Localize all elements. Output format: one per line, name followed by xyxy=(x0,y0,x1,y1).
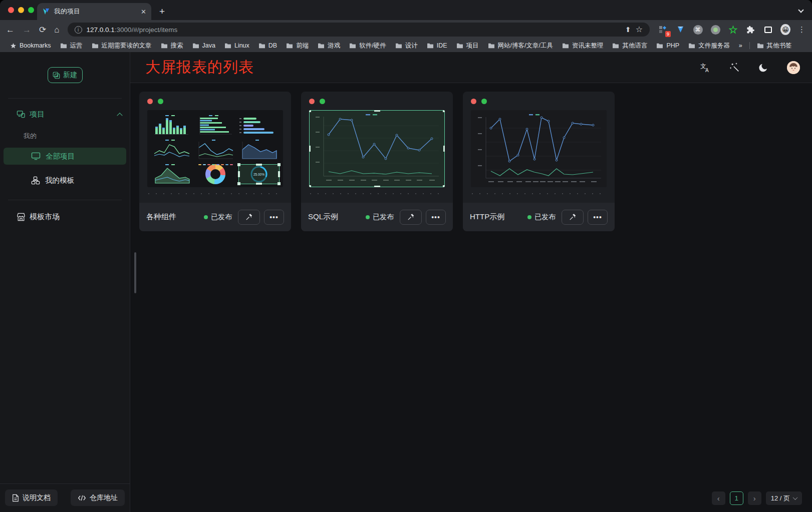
magic-wand-icon[interactable] xyxy=(729,62,740,73)
selected-chart-box xyxy=(309,110,445,187)
bookmarks-bar: Bookmarks 运营 近期需要读的文章 搜索 Java Linux DB 前… xyxy=(0,39,812,52)
dotted-separator xyxy=(310,193,444,194)
edit-project-button[interactable] xyxy=(238,210,260,225)
back-icon[interactable]: ← xyxy=(6,26,15,34)
code-icon xyxy=(78,494,86,501)
bookmark-folder[interactable]: 前端 xyxy=(282,41,313,51)
sidebar-item-my-templates[interactable]: 我的模板 xyxy=(4,172,126,189)
bookmark-folder[interactable]: PHP xyxy=(652,41,683,50)
blocks-extension-icon[interactable]: 9 xyxy=(658,25,668,35)
pagination: ‹ 1 › 12 / 页 xyxy=(712,491,802,505)
project-thumbnail[interactable] xyxy=(309,110,445,187)
bookmark-folder[interactable]: 资讯未整理 xyxy=(558,41,608,51)
edit-project-button[interactable] xyxy=(400,210,422,225)
page-size-select[interactable]: 12 / 页 xyxy=(766,491,802,505)
tab-close-icon[interactable]: ✕ xyxy=(141,8,146,16)
red-dot-icon xyxy=(147,99,153,104)
document-icon xyxy=(12,494,19,502)
home-icon[interactable]: ⌂ xyxy=(54,26,59,34)
forward-icon[interactable]: → xyxy=(23,26,31,34)
zoom-window-button[interactable] xyxy=(28,7,34,13)
bookmark-folder[interactable]: Java xyxy=(188,41,219,50)
puzzle-extensions-icon[interactable] xyxy=(745,25,755,35)
bookmark-folder[interactable]: 近期需要读的文章 xyxy=(88,41,156,51)
current-page-button[interactable]: 1 xyxy=(730,491,743,505)
more-actions-button[interactable]: ••• xyxy=(588,210,608,225)
new-tab-button[interactable]: + xyxy=(159,6,165,17)
bookmark-folder[interactable]: 设计 xyxy=(391,41,422,51)
mini-area-chart xyxy=(238,139,280,161)
bookmarks-manager[interactable]: Bookmarks xyxy=(6,41,55,50)
project-thumbnail[interactable]: 25.00% xyxy=(147,110,283,187)
window-controls[interactable] xyxy=(8,7,34,13)
project-card[interactable]: HTTP示例 已发布 ••• xyxy=(463,92,615,231)
address-bar[interactable]: i 127.0.0.1:3000/#/project/items ⬆ ☆ xyxy=(68,23,650,37)
other-bookmarks-folder[interactable]: 其他书签 xyxy=(753,41,796,51)
bookmarks-overflow-chevron[interactable]: » xyxy=(735,41,746,50)
card-window-dots xyxy=(147,99,283,104)
bookmark-folder[interactable]: Linux xyxy=(220,41,253,50)
browser-tab[interactable]: 我的项目 ✕ xyxy=(37,3,151,20)
bookmark-folder[interactable]: 网站/博客/文章/工具 xyxy=(484,41,557,51)
user-avatar[interactable] xyxy=(787,61,800,74)
site-info-icon[interactable]: i xyxy=(75,26,82,34)
close-window-button[interactable] xyxy=(8,7,14,13)
template-flow-icon xyxy=(31,176,40,185)
docs-button[interactable]: 说明文档 xyxy=(5,489,58,506)
sidebar-section-projects[interactable]: 项目 xyxy=(0,106,130,123)
extension-badge: 9 xyxy=(665,31,671,37)
red-dot-icon xyxy=(309,99,315,104)
bookmark-folder[interactable]: 其他语言 xyxy=(608,41,651,51)
project-list: 25.00% 各种组件 已发布 xyxy=(130,83,812,512)
tab-title: 我的项目 xyxy=(54,7,80,16)
gauge-value: 25.00% xyxy=(253,173,264,176)
new-project-button[interactable]: 新建 xyxy=(48,67,83,83)
main-area: 大屏报表的列表 文A xyxy=(130,52,812,512)
prev-page-button[interactable]: ‹ xyxy=(712,491,725,505)
gem-extension-icon[interactable] xyxy=(675,25,685,35)
share-icon[interactable]: ⬆ xyxy=(625,26,631,33)
chevron-up-icon[interactable] xyxy=(117,113,122,118)
sidebar-item-all-projects[interactable]: 全部项目 xyxy=(4,148,126,165)
star-extension-icon[interactable] xyxy=(728,25,738,35)
copy-plus-icon xyxy=(53,72,60,79)
split-view-icon[interactable] xyxy=(763,25,773,35)
edit-project-button[interactable] xyxy=(562,210,584,225)
bookmark-folder[interactable]: 项目 xyxy=(452,41,483,51)
mini-donut-chart xyxy=(195,163,236,185)
more-actions-button[interactable]: ••• xyxy=(426,210,446,225)
bookmark-folder[interactable]: 搜索 xyxy=(157,41,187,51)
card-footer: HTTP示例 已发布 ••• xyxy=(463,203,615,231)
reload-icon[interactable]: ⟳ xyxy=(39,26,46,34)
mini-dashboard-preview: 25.00% xyxy=(151,114,279,183)
dark-mode-moon-icon[interactable] xyxy=(758,62,769,73)
more-actions-button[interactable]: ••• xyxy=(264,210,284,225)
bookmark-folder[interactable]: IDE xyxy=(423,41,451,50)
line-chart-preview xyxy=(310,111,444,187)
record-extension-icon[interactable] xyxy=(710,25,720,35)
app-root: 新建 项目 我的 全部项目 我的模板 xyxy=(0,52,812,512)
bookmark-star-icon[interactable]: ☆ xyxy=(636,26,643,34)
profile-avatar-icon[interactable]: 😀 xyxy=(780,25,790,35)
minimize-window-button[interactable] xyxy=(18,7,24,13)
chrome-menu-icon[interactable]: ⋮ xyxy=(798,25,806,34)
status-dot-icon xyxy=(366,215,370,219)
command-extension-icon[interactable]: ⌘ xyxy=(693,25,703,35)
bookmark-folder[interactable]: 游戏 xyxy=(314,41,344,51)
url-path: :3000/#/project/items xyxy=(115,26,177,34)
bookmark-folder[interactable]: 运营 xyxy=(56,41,87,51)
next-page-button[interactable]: › xyxy=(748,491,761,505)
card-window-dots xyxy=(309,99,445,104)
tab-search-chevron-icon[interactable] xyxy=(798,7,803,13)
bookmark-folder[interactable]: 软件/硬件 xyxy=(345,41,390,51)
project-card[interactable]: 25.00% 各种组件 已发布 xyxy=(139,92,291,231)
language-icon[interactable]: 文A xyxy=(700,62,711,73)
bookmark-folder[interactable]: 文件服务器 xyxy=(684,41,734,51)
storefront-icon xyxy=(17,213,26,221)
sidebar-item-template-market[interactable]: 模板市场 xyxy=(0,208,130,225)
project-thumbnail[interactable] xyxy=(471,110,607,187)
repo-button[interactable]: 仓库地址 xyxy=(71,489,125,506)
scrollbar-thumb[interactable] xyxy=(134,252,136,293)
bookmark-folder[interactable]: DB xyxy=(254,41,281,50)
project-card[interactable]: SQL示例 已发布 ••• xyxy=(301,92,453,231)
